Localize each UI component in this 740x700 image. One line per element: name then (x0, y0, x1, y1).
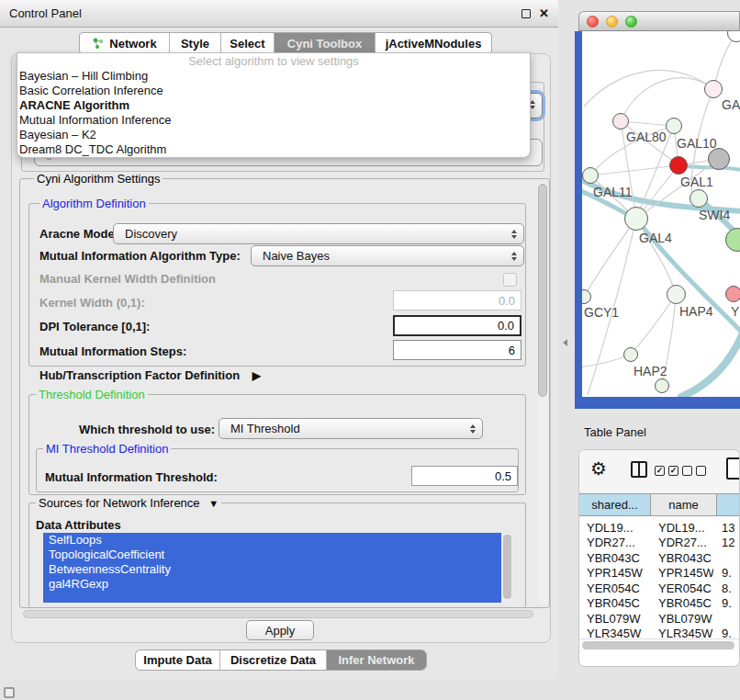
settings-group-title: Cyni Algorithm Settings (34, 172, 163, 186)
table-cell[interactable]: YPR145W (587, 565, 647, 581)
sources-group-title[interactable]: Sources for Network Inference ▼ (36, 496, 221, 510)
mi-threshold-label: Mutual Information Threshold: (45, 470, 218, 484)
settings-scrollbar-thumb[interactable] (538, 184, 547, 397)
node-label: GAL (722, 97, 740, 112)
column-header-shared[interactable]: shared... (579, 493, 651, 516)
node-label: HAP4 (679, 304, 713, 319)
network-canvas[interactable]: GAL GAL80 GAL10 GAL1 GAL11 SWI4 GAL4 GCY… (582, 31, 740, 397)
table-cell[interactable]: YBR043C (587, 550, 647, 566)
list-item[interactable]: gal4RGexp (43, 577, 501, 592)
algorithm-dropdown-list: Select algorithm to view settings Bayesi… (17, 52, 531, 158)
table-cell[interactable]: YER054C (587, 581, 647, 596)
zoom-traffic-light-icon[interactable] (625, 16, 637, 28)
network-node-gal4[interactable] (624, 207, 648, 231)
corner-window-icon[interactable] (4, 687, 15, 698)
node-label: HAP2 (633, 364, 667, 378)
network-node-swi4[interactable] (690, 189, 708, 208)
checked-box-icon[interactable]: ✓ (668, 466, 678, 476)
checked-box-icon[interactable]: ✓ (655, 466, 665, 476)
table-cell[interactable]: YER054C (658, 581, 713, 596)
which-threshold-label: Which threshold to use: (79, 423, 215, 436)
close-traffic-light-icon[interactable] (587, 16, 599, 28)
node-label: GAL1 (680, 175, 713, 189)
kernel-width-field[interactable]: 0.0 (393, 290, 521, 310)
network-node-gal1[interactable] (669, 156, 688, 175)
table-panel-title: Table Panel (584, 425, 646, 439)
table-cell[interactable]: 12 (722, 535, 740, 550)
settings-gear-icon[interactable]: ⚙ (590, 457, 607, 480)
table-cell[interactable]: YBR043C (658, 550, 713, 566)
table-cell[interactable]: YDL19... (587, 520, 647, 536)
apply-button[interactable]: Apply (246, 620, 314, 640)
column-view-icon[interactable] (631, 461, 647, 478)
table-hscrollbar-track[interactable] (579, 638, 740, 651)
network-node[interactable] (655, 378, 669, 393)
splitter-collapse-icon[interactable] (563, 339, 567, 346)
list-item[interactable]: SelfLoops (43, 533, 501, 548)
column-header-partial[interactable] (717, 493, 740, 516)
screen: Control Panel ✕ Network Style Select Cyn… (0, 0, 740, 700)
data-attributes-list[interactable]: SelfLoops TopologicalCoefficient Between… (43, 533, 501, 603)
mi-type-combo[interactable]: Naive Bayes (251, 245, 524, 266)
dropdown-item[interactable]: Dream8 DC_TDC Algorithm (17, 142, 530, 157)
network-node-hap2[interactable] (623, 347, 638, 362)
tab-style[interactable]: Style (170, 33, 221, 53)
manual-kernel-checkbox[interactable] (503, 273, 517, 287)
table-cell[interactable]: YPR145W (658, 565, 713, 581)
network-node-gray[interactable] (708, 148, 730, 170)
node-label: GCY1 (584, 305, 619, 320)
table-cell[interactable]: YBL079W (658, 611, 713, 627)
kernel-width-label: Kernel Width (0,1): (39, 296, 145, 310)
hub-definition-toggle[interactable]: Hub/Transcription Factor Definition ▶ (39, 368, 261, 382)
float-window-icon[interactable] (521, 9, 531, 18)
list-item[interactable]: BetweennessCentrality (43, 562, 501, 577)
network-node-gal10[interactable] (666, 118, 682, 134)
tab-impute-data[interactable]: Impute Data (136, 650, 220, 670)
network-node-gal11[interactable] (582, 167, 599, 184)
aracne-mode-combo[interactable]: Discovery (113, 223, 524, 244)
dropdown-item[interactable]: Bayesian – K2 (17, 128, 530, 142)
close-icon[interactable]: ✕ (539, 9, 549, 18)
dropdown-item[interactable]: Basic Correlation Inference (17, 84, 530, 98)
table-cell[interactable]: YBL079W (587, 611, 647, 627)
tab-discretize-data[interactable]: Discretize Data (220, 650, 327, 670)
settings-hscrollbar-thumb[interactable] (23, 610, 533, 618)
dropdown-item[interactable]: Bayesian – Hill Climbing (17, 69, 530, 84)
which-threshold-combo[interactable]: MI Threshold (219, 418, 483, 439)
table-cell[interactable]: 8. (722, 581, 740, 596)
tab-cyni-toolbox[interactable]: Cyni Toolbox (275, 33, 376, 53)
column-header-name[interactable]: name (651, 493, 717, 516)
node-label: Y (731, 304, 739, 319)
list-item[interactable]: TopologicalCoefficient (43, 548, 501, 562)
table-hscrollbar-thumb[interactable] (582, 641, 734, 649)
minimize-traffic-light-icon[interactable] (606, 16, 618, 28)
dpi-tolerance-label: DPI Tolerance [0,1]: (39, 320, 150, 333)
mi-threshold-field[interactable]: 0.5 (411, 466, 518, 486)
dpi-tolerance-field[interactable]: 0.0 (393, 315, 521, 336)
mi-steps-field[interactable]: 6 (393, 340, 521, 360)
tab-network[interactable]: Network (80, 33, 170, 53)
table-cell[interactable]: YBR045C (658, 595, 713, 611)
network-node-hap4[interactable] (667, 285, 686, 304)
document-icon[interactable] (726, 457, 740, 480)
attributes-scrollbar-thumb[interactable] (503, 535, 511, 599)
tab-jactivemnodules[interactable]: jActiveMNodules (376, 33, 491, 53)
table-cell[interactable]: 9. (722, 595, 740, 611)
table-cell[interactable]: 13 (722, 520, 740, 536)
unchecked-box-icon[interactable] (696, 466, 706, 476)
dropdown-item-selected[interactable]: ARACNE Algorithm (17, 98, 530, 113)
tab-infer-network[interactable]: Infer Network (327, 650, 426, 670)
dropdown-item[interactable]: Mutual Information Inference (17, 113, 530, 128)
combo-arrows-icon (511, 230, 517, 239)
table-cell[interactable]: YDR27... (658, 535, 713, 550)
table-cell[interactable]: YBR045C (587, 595, 647, 611)
unchecked-box-icon[interactable] (682, 466, 692, 476)
network-node-gal2[interactable] (704, 80, 723, 98)
table-cell[interactable]: 9. (722, 565, 740, 581)
tab-select[interactable]: Select (221, 33, 275, 53)
network-node-gal80[interactable] (612, 113, 629, 130)
table-cell[interactable]: YDL19... (658, 520, 713, 536)
network-node-y[interactable] (725, 286, 740, 302)
table-cell[interactable]: YDR27... (587, 535, 647, 550)
network-window-titlebar[interactable] (578, 11, 740, 31)
